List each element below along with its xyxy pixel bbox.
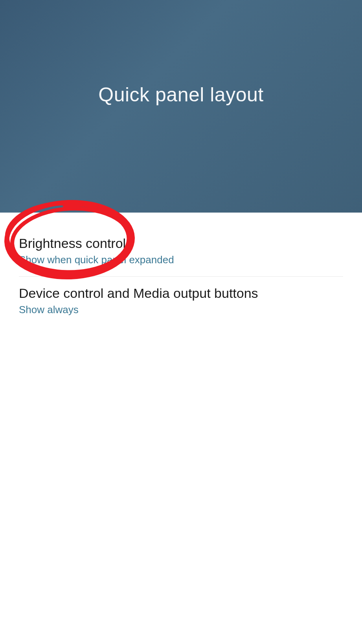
- header-section: Quick panel layout: [0, 0, 362, 213]
- setting-item-title: Device control and Media output buttons: [19, 284, 343, 302]
- page-title: Quick panel layout: [98, 83, 263, 106]
- setting-item-title: Brightness control: [19, 235, 343, 252]
- setting-item-subtitle: Show always: [19, 303, 343, 317]
- setting-item-subtitle: Show when quick panel expanded: [19, 253, 343, 267]
- content-panel: Brightness control Show when quick panel…: [0, 213, 362, 644]
- setting-item-brightness-control[interactable]: Brightness control Show when quick panel…: [0, 227, 362, 276]
- setting-item-device-control[interactable]: Device control and Media output buttons …: [0, 277, 362, 326]
